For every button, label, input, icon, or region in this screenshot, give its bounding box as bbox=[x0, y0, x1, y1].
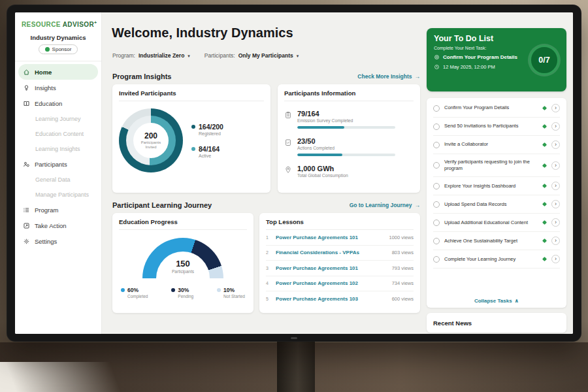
participants-filter-value: Only My Participants bbox=[238, 52, 293, 59]
sidebar-item-home[interactable]: Home bbox=[18, 64, 98, 80]
todo-next-task[interactable]: Confirm Your Program Details bbox=[434, 54, 525, 60]
todo-task-list-card: Confirm Your Program Details › Send 50 I… bbox=[427, 98, 566, 308]
chevron-right-button[interactable]: › bbox=[551, 122, 560, 131]
reward-icon bbox=[542, 202, 547, 206]
task-row[interactable]: Upload Additional Educational Content › bbox=[433, 214, 560, 232]
education-progress-card: Education Progress 150 Participants 6 bbox=[112, 213, 253, 313]
chevron-right-button[interactable]: › bbox=[551, 104, 560, 112]
card-title: Invited Participants bbox=[119, 90, 264, 101]
lesson-link[interactable]: Power Purchase Agreements 101 bbox=[276, 265, 387, 271]
sidebar-item-program[interactable]: Program bbox=[15, 202, 101, 218]
sidebar-item-education-content[interactable]: Education Content bbox=[15, 126, 101, 141]
survey-clipboard-icon bbox=[284, 111, 292, 119]
task-checkbox[interactable] bbox=[433, 220, 440, 226]
legend-dot bbox=[121, 288, 125, 292]
task-row[interactable]: Verify participants requesting to join t… bbox=[433, 154, 560, 177]
legend-item: 10% Not Started bbox=[217, 287, 245, 299]
chevron-down-icon: ▾ bbox=[297, 54, 299, 58]
go-to-learning-journey-link[interactable]: Go to Learning Journey → bbox=[350, 202, 420, 208]
next-task-label: Confirm Your Program Details bbox=[443, 54, 517, 60]
legend-value: 60% bbox=[127, 287, 139, 293]
card-title: Top Lessons bbox=[266, 218, 414, 230]
task-checkbox[interactable] bbox=[433, 142, 440, 148]
program-filter-label: Program: bbox=[112, 52, 135, 59]
progress-bar bbox=[297, 126, 395, 129]
sidebar-item-label: Learning Journey bbox=[35, 116, 81, 122]
participants-information-card: Participants Information 79/164 Emission… bbox=[278, 84, 420, 193]
participants-filter[interactable]: Participants: Only My Participants ▾ bbox=[204, 52, 299, 59]
recent-news-title: Recent News bbox=[433, 319, 472, 327]
stat-row: 23/50 Actions Completed bbox=[284, 137, 414, 156]
sidebar: RESOURCE ADVISOR+ Industry Dynamics Spon… bbox=[15, 12, 102, 334]
reward-icon bbox=[542, 124, 547, 129]
chevron-right-button[interactable]: › bbox=[551, 218, 560, 227]
sidebar-item-label: Home bbox=[35, 69, 52, 76]
chevron-right-button[interactable]: › bbox=[551, 182, 560, 190]
lesson-views: 600 views bbox=[392, 296, 414, 302]
sponsor-label: Sponsor bbox=[52, 46, 72, 52]
sidebar-item-participants[interactable]: Participants bbox=[15, 156, 101, 172]
chevron-right-button[interactable]: › bbox=[551, 161, 560, 170]
task-checkbox[interactable] bbox=[433, 183, 440, 189]
monitor-bezel: RESOURCE ADVISOR+ Industry Dynamics Spon… bbox=[7, 5, 581, 342]
task-row[interactable]: Upload Spend Data Records › bbox=[433, 195, 560, 214]
lesson-row: 3 Power Purchase Agreements 101 793 view… bbox=[266, 261, 414, 276]
legend-item: 84/164 Active bbox=[191, 145, 223, 158]
chevron-down-icon: ▾ bbox=[188, 54, 190, 58]
book-icon bbox=[23, 100, 30, 107]
chevron-right-button[interactable]: › bbox=[551, 237, 560, 245]
lesson-link[interactable]: Power Purchase Agreements 103 bbox=[276, 296, 387, 302]
collapse-tasks-link[interactable]: Collapse Tasks ∧ bbox=[433, 293, 560, 304]
sidebar-item-label: Education Content bbox=[35, 131, 84, 137]
lesson-views: 803 views bbox=[392, 250, 414, 255]
page-title: Welcome, Industry Dynamics bbox=[112, 25, 293, 41]
chevron-up-icon: ∧ bbox=[515, 299, 519, 304]
sidebar-item-manage-participants[interactable]: Manage Participants bbox=[15, 187, 101, 202]
home-icon bbox=[23, 69, 30, 76]
recent-news-header[interactable]: Recent News bbox=[427, 313, 566, 333]
lesson-link[interactable]: Financial Considerations - VPPAs bbox=[276, 250, 387, 255]
sidebar-item-learning-insights[interactable]: Learning Insights bbox=[15, 141, 101, 156]
reward-icon bbox=[542, 163, 547, 168]
program-filter[interactable]: Program: Industrialize Zero ▾ bbox=[112, 52, 190, 59]
sidebar-item-take-action[interactable]: Take Action bbox=[15, 218, 101, 233]
task-checkbox[interactable] bbox=[433, 256, 440, 263]
sidebar-item-insights[interactable]: Insights bbox=[15, 80, 101, 95]
sidebar-item-education[interactable]: Education bbox=[15, 95, 101, 111]
task-row[interactable]: Invite a Collaborator › bbox=[433, 136, 560, 154]
todo-progress-badge: 0/7 bbox=[529, 45, 559, 75]
list-icon bbox=[23, 206, 30, 214]
task-label: Upload Spend Data Records bbox=[444, 201, 538, 208]
chevron-right-button[interactable]: › bbox=[551, 255, 560, 263]
sidebar-item-learning-journey[interactable]: Learning Journey bbox=[15, 111, 101, 126]
education-gauge-chart: 150 Participants bbox=[119, 238, 247, 278]
progress-fill bbox=[297, 154, 342, 156]
lesson-row: 5 Power Purchase Agreements 103 600 view… bbox=[266, 291, 414, 307]
legend-item: 60% Completed bbox=[121, 287, 148, 299]
task-checkbox[interactable] bbox=[433, 201, 440, 208]
lesson-link[interactable]: Power Purchase Agreements 101 bbox=[276, 235, 384, 240]
lesson-link[interactable]: Power Purchase Agreements 102 bbox=[276, 280, 387, 286]
section-title: Program Insights bbox=[112, 73, 171, 80]
task-row[interactable]: Achieve One Sustainability Target › bbox=[433, 232, 560, 250]
task-row[interactable]: Send 50 Invitations to Participants › bbox=[433, 118, 560, 136]
participants-icon bbox=[23, 161, 30, 168]
chevron-right-button[interactable]: › bbox=[551, 200, 560, 208]
reward-icon bbox=[542, 257, 547, 261]
legend-value: 30% bbox=[178, 287, 189, 293]
sidebar-item-general-data[interactable]: General Data bbox=[15, 172, 101, 187]
task-checkbox[interactable] bbox=[433, 105, 440, 112]
consumption-pin-icon bbox=[284, 166, 292, 174]
task-checkbox[interactable] bbox=[433, 238, 440, 244]
check-more-insights-link[interactable]: Check More Insights → bbox=[357, 73, 420, 80]
task-checkbox[interactable] bbox=[433, 123, 440, 130]
task-row[interactable]: Complete Your Learning Journey › bbox=[433, 250, 560, 269]
sidebar-item-settings[interactable]: Settings bbox=[15, 233, 101, 249]
task-checkbox[interactable] bbox=[433, 162, 440, 169]
task-row[interactable]: Confirm Your Program Details › bbox=[433, 99, 560, 118]
lesson-rank: 5 bbox=[266, 297, 271, 301]
legend-label: Pending bbox=[178, 294, 193, 299]
task-row[interactable]: Explore Your Insights Dashboard › bbox=[433, 177, 560, 195]
chevron-right-button[interactable]: › bbox=[551, 140, 560, 149]
task-label: Verify participants requesting to join t… bbox=[444, 159, 538, 172]
